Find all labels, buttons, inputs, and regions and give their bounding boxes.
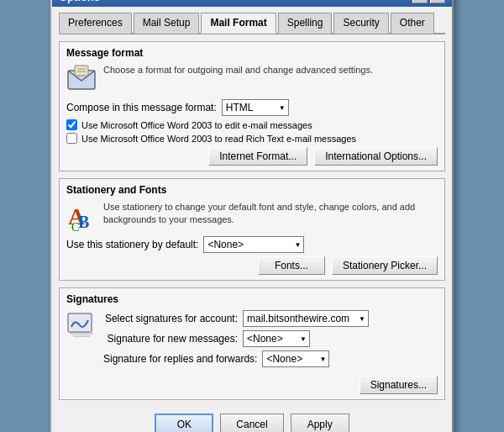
word-edit-checkbox[interactable] bbox=[66, 119, 77, 130]
stationery-picker-button[interactable]: Stationery Picker... bbox=[332, 256, 438, 275]
tab-mail-setup[interactable]: Mail Setup bbox=[134, 13, 200, 34]
message-format-desc: Choose a format for outgoing mail and ch… bbox=[103, 64, 373, 76]
svg-rect-7 bbox=[68, 313, 92, 332]
word-edit-label: Use Microsoft Office Word 2003 to edit e… bbox=[81, 120, 312, 130]
stationery-header: A B C Use stationery to change your defa… bbox=[66, 201, 438, 231]
international-options-button[interactable]: International Options... bbox=[314, 147, 438, 166]
tab-security[interactable]: Security bbox=[333, 13, 388, 34]
fonts-button[interactable]: Fonts... bbox=[258, 256, 325, 275]
new-messages-select[interactable]: <None> bbox=[243, 330, 310, 347]
signature-icon bbox=[66, 310, 97, 340]
signatures-button[interactable]: Signatures... bbox=[360, 376, 438, 394]
replies-row: Signature for replies and forwards: <Non… bbox=[103, 350, 438, 367]
signatures-section: Signatures Select signatures for account… bbox=[59, 287, 445, 400]
account-row: Select signatures for account: mail.bits… bbox=[103, 310, 438, 327]
title-bar-buttons: ? ✕ bbox=[412, 0, 445, 3]
stationery-default-label: Use this stationery by default: bbox=[66, 239, 198, 250]
stationery-section: Stationery and Fonts A B C Use stationer… bbox=[59, 178, 445, 281]
tab-spelling[interactable]: Spelling bbox=[278, 13, 333, 34]
stationery-select[interactable]: <None> bbox=[203, 236, 304, 253]
checkbox-row-1: Use Microsoft Office Word 2003 to edit e… bbox=[66, 119, 438, 130]
cancel-button[interactable]: Cancel bbox=[220, 414, 283, 432]
stationery-desc: Use stationery to change your default fo… bbox=[103, 201, 438, 227]
dialog-body: Preferences Mail Setup Mail Format Spell… bbox=[52, 7, 452, 432]
signatures-btn-row: Signatures... bbox=[66, 376, 438, 394]
svg-text:B: B bbox=[78, 213, 89, 231]
svg-text:C: C bbox=[71, 221, 79, 231]
word-read-checkbox[interactable] bbox=[66, 133, 77, 144]
format-select-wrapper: HTML bbox=[222, 99, 289, 116]
word-read-label: Use Microsoft Office Word 2003 to read R… bbox=[81, 134, 356, 144]
compose-format-label: Compose in this message format: bbox=[66, 102, 217, 113]
signatures-title: Signatures bbox=[66, 293, 438, 305]
tab-mail-format[interactable]: Mail Format bbox=[201, 13, 276, 34]
checkbox-row-2: Use Microsoft Office Word 2003 to read R… bbox=[66, 133, 438, 144]
format-btn-row: Internet Format... International Options… bbox=[66, 147, 438, 166]
account-select[interactable]: mail.bitsonthewire.com bbox=[243, 310, 369, 327]
signatures-content: Select signatures for account: mail.bits… bbox=[103, 310, 438, 371]
format-select[interactable]: HTML bbox=[222, 99, 289, 116]
stationery-icon: A B C bbox=[66, 201, 97, 231]
new-messages-row: Signature for new messages: <None> bbox=[103, 330, 438, 347]
compose-format-row: Compose in this message format: HTML bbox=[66, 99, 438, 116]
stationery-title: Stationery and Fonts bbox=[66, 184, 438, 196]
tab-other[interactable]: Other bbox=[391, 13, 434, 34]
title-bar: Options ? ✕ bbox=[52, 0, 452, 7]
new-messages-select-wrapper: <None> bbox=[243, 330, 310, 347]
ok-button[interactable]: OK bbox=[155, 414, 213, 432]
dialog-title: Options bbox=[59, 0, 100, 3]
signatures-header: Select signatures for account: mail.bits… bbox=[66, 310, 438, 371]
message-format-title: Message format bbox=[66, 47, 438, 59]
help-button[interactable]: ? bbox=[412, 0, 428, 3]
mail-icon bbox=[66, 64, 97, 94]
stationery-btn-row: Fonts... Stationery Picker... bbox=[66, 256, 438, 275]
stationery-default-row: Use this stationery by default: <None> bbox=[66, 236, 438, 253]
tab-preferences[interactable]: Preferences bbox=[59, 13, 132, 34]
replies-label: Signature for replies and forwards: bbox=[103, 353, 257, 365]
close-button[interactable]: ✕ bbox=[430, 0, 445, 3]
new-messages-label: Signature for new messages: bbox=[103, 333, 238, 345]
replies-select[interactable]: <None> bbox=[262, 350, 329, 367]
internet-format-button[interactable]: Internet Format... bbox=[208, 147, 307, 166]
account-select-wrapper: mail.bitsonthewire.com bbox=[243, 310, 369, 327]
replies-select-wrapper: <None> bbox=[262, 350, 329, 367]
options-dialog: Options ? ✕ Preferences Mail Setup Mail … bbox=[50, 0, 454, 432]
footer-buttons: OK Cancel Apply bbox=[59, 407, 445, 432]
tab-bar: Preferences Mail Setup Mail Format Spell… bbox=[59, 12, 445, 34]
message-format-header: Choose a format for outgoing mail and ch… bbox=[66, 64, 438, 94]
account-label: Select signatures for account: bbox=[103, 313, 238, 324]
apply-button[interactable]: Apply bbox=[291, 414, 349, 432]
message-format-section: Message format Choose a format for outgo… bbox=[59, 41, 445, 171]
stationery-select-wrapper: <None> bbox=[203, 236, 304, 253]
svg-rect-1 bbox=[75, 66, 88, 76]
